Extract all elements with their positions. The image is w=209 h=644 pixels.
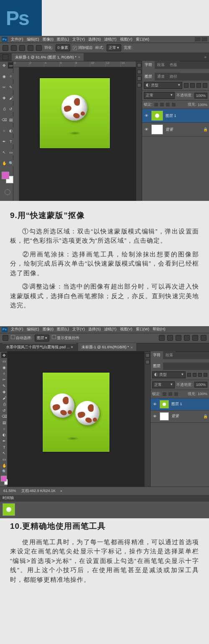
wand-tool-icon[interactable]: ✧: [1, 371, 7, 377]
lock-icon[interactable]: [162, 392, 167, 396]
menu-edit[interactable]: 编辑(E): [27, 37, 39, 42]
visibility-toggle-icon[interactable]: 👁: [152, 414, 157, 418]
crop-tool-icon[interactable]: ✂: [1, 84, 7, 90]
tab-channels[interactable]: 通道: [155, 73, 167, 81]
document-tab[interactable]: 未标题-1 @ 61.6% (图层 1, RGB/8) * ×: [12, 53, 84, 61]
tab-character[interactable]: 字符: [150, 351, 163, 359]
tab-layers[interactable]: 图层: [142, 73, 155, 81]
menu-layer[interactable]: 图层(L): [57, 37, 69, 42]
type-tool-icon[interactable]: T: [1, 444, 7, 450]
marquee-add-icon[interactable]: [19, 45, 25, 51]
marquee-sub-icon[interactable]: [28, 45, 33, 51]
marquee-tool-icon[interactable]: ▭: [8, 62, 14, 68]
tab-paths[interactable]: 路径: [167, 73, 180, 81]
layer-name[interactable]: 图层 1: [166, 113, 176, 119]
gradient-tool-icon[interactable]: ▤: [8, 117, 14, 123]
visibility-toggle-icon[interactable]: 👁: [144, 114, 149, 118]
align-icon[interactable]: [167, 335, 173, 341]
wand-tool-icon[interactable]: ✧: [8, 73, 14, 79]
menu-type[interactable]: 文字(Y): [72, 327, 85, 332]
layer-name[interactable]: 图层 1: [171, 401, 182, 407]
align-icon[interactable]: [159, 335, 165, 341]
autoselect-checkbox[interactable]: 自动选择:: [11, 335, 32, 341]
marquee-intersect-icon[interactable]: [36, 45, 42, 51]
layer-row-bg[interactable]: 👁 背景 🔒: [142, 123, 209, 137]
eyedrop-tool-icon[interactable]: ✎: [1, 383, 7, 389]
fill-input[interactable]: 100%: [198, 103, 207, 107]
type-tool-icon[interactable]: T: [8, 138, 14, 145]
marquee-tool-icon[interactable]: ▭: [1, 358, 7, 364]
lasso-tool-icon[interactable]: ◉: [1, 73, 7, 79]
layer-thumbnail[interactable]: [160, 412, 169, 421]
tab-overflow-icon[interactable]: »: [204, 55, 209, 59]
eraser-tool-icon[interactable]: ⌫: [1, 117, 7, 123]
tool-preset-icon[interactable]: [3, 45, 8, 51]
zoom-tool-icon[interactable]: 🔍: [8, 160, 14, 166]
blur-tool-icon[interactable]: ○: [1, 127, 7, 134]
layer-filter-select[interactable]: ◐ 类型▾: [144, 82, 182, 89]
layer-name[interactable]: 背景: [171, 413, 179, 419]
visibility-toggle-icon[interactable]: 👁: [152, 402, 157, 406]
filter-icon[interactable]: [193, 373, 196, 377]
menu-select[interactable]: 选择(S): [88, 37, 101, 42]
autoselect-select[interactable]: 图层 ▾: [35, 335, 50, 342]
menu-edit[interactable]: 编辑(E): [27, 327, 39, 332]
canvas-image[interactable]: [40, 78, 110, 148]
filter-icon[interactable]: [190, 83, 195, 88]
path-tool-icon[interactable]: ↖: [1, 451, 7, 456]
gradient-tool-icon[interactable]: ▤: [1, 420, 7, 426]
shape-tool-icon[interactable]: ▭: [1, 456, 7, 462]
menu-file[interactable]: 文件(F): [11, 327, 23, 332]
menu-layer[interactable]: 图层(L): [57, 327, 69, 332]
dodge-tool-icon[interactable]: ◐: [8, 127, 14, 134]
zoom-tool-icon[interactable]: 🔍: [1, 469, 7, 475]
brush-tool-icon[interactable]: 🖌: [1, 395, 7, 401]
menu-image[interactable]: 图像(I): [43, 37, 54, 42]
pen-tool-icon[interactable]: ✒: [1, 438, 7, 444]
menu-window[interactable]: 窗口(W): [136, 37, 150, 42]
minimize-button[interactable]: [195, 37, 201, 41]
blend-mode-select[interactable]: 正常▾: [144, 92, 175, 99]
collapsed-panel-icon[interactable]: [145, 360, 150, 364]
tab-character[interactable]: 字符: [142, 61, 155, 69]
dodge-tool-icon[interactable]: ◐: [1, 432, 7, 438]
history-tool-icon[interactable]: ↺: [8, 106, 14, 112]
maximize-button[interactable]: [201, 37, 207, 41]
lock-all-icon[interactable]: [166, 102, 170, 107]
tab-paragraph[interactable]: 段落: [155, 61, 167, 69]
menu-filter[interactable]: 滤镜(T): [104, 327, 117, 332]
align-icon[interactable]: [201, 335, 206, 341]
shape-tool-icon[interactable]: ▭: [8, 149, 14, 155]
layer-thumbnail[interactable]: [151, 111, 163, 121]
stamp-tool-icon[interactable]: ⎙: [1, 401, 7, 407]
eraser-tool-icon[interactable]: ⌫: [1, 413, 7, 419]
fg-color-swatch[interactable]: [1, 476, 7, 482]
filter-icon[interactable]: [203, 83, 207, 88]
collapsed-panel-icon[interactable]: [145, 353, 150, 357]
canvas-area[interactable]: [8, 352, 145, 487]
color-swatches[interactable]: [2, 172, 13, 183]
collapsed-panel-icon[interactable]: [137, 76, 141, 81]
lock-position-icon[interactable]: [160, 102, 164, 107]
zoom-level[interactable]: 61.58%: [3, 489, 16, 493]
tab-swatches[interactable]: 色板: [167, 61, 180, 69]
menu-view[interactable]: 视图(V): [120, 37, 133, 42]
visibility-toggle-icon[interactable]: 👁: [144, 127, 149, 132]
transform-checkbox[interactable]: 显示变换控件: [52, 335, 79, 341]
menu-type[interactable]: 文字(Y): [72, 37, 85, 42]
move-tool-icon[interactable]: ✥: [1, 62, 7, 68]
tab-layers[interactable]: 图层: [150, 362, 163, 370]
layer-name[interactable]: 背景: [166, 127, 173, 132]
opacity-input[interactable]: 100%: [194, 382, 207, 388]
menu-image[interactable]: 图像(I): [43, 327, 54, 332]
tab-close-icon[interactable]: ×: [130, 345, 133, 350]
heal-tool-icon[interactable]: ✚: [1, 95, 7, 101]
document-tab-1[interactable]: 水墨中国风二十四节气白露海报.psd ... ×: [3, 343, 76, 351]
filter-icon[interactable]: [196, 83, 201, 88]
collapsed-panel-icon[interactable]: [137, 63, 141, 67]
collapsed-panel-icon[interactable]: [137, 70, 141, 74]
canvas-area[interactable]: 02468101214: [13, 61, 136, 201]
move-preset-icon[interactable]: [3, 335, 8, 341]
feather-input[interactable]: 0 像素: [56, 44, 71, 51]
crop-tool-icon[interactable]: ✂: [1, 377, 7, 383]
